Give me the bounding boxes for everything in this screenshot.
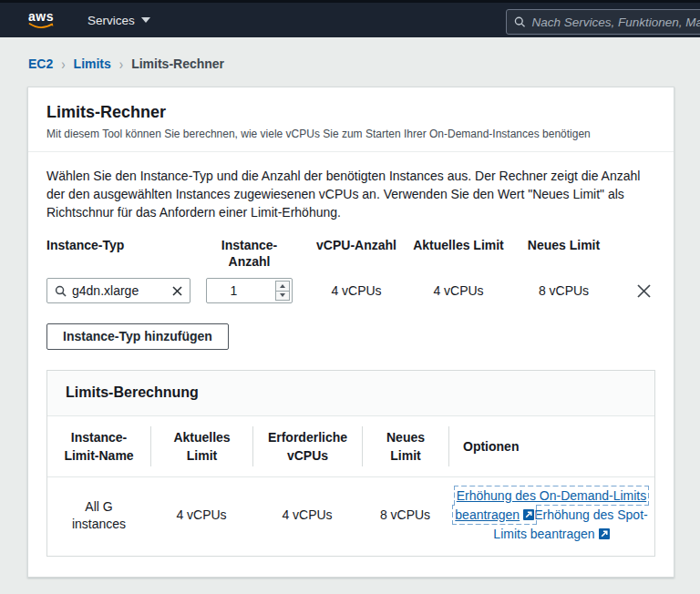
label-new-limit: Neues Limit	[516, 237, 612, 253]
remove-row-button[interactable]	[636, 283, 652, 299]
instance-type-row: 4 vCPUs 4 vCPUs 8 vCPUs	[46, 278, 655, 303]
instance-count-box	[206, 278, 293, 303]
col-required-vcpus: Erforderliche vCPUs	[252, 426, 362, 466]
form-column-labels: Instance-Typ Instance-Anzahl vCPU-Anzahl…	[46, 237, 655, 270]
instance-type-input[interactable]	[72, 283, 172, 298]
chevron-down-icon	[141, 17, 150, 23]
col-new-limit: Neues Limit	[362, 426, 448, 466]
breadcrumb-separator-icon: ›	[119, 56, 123, 73]
panel-body: Wählen Sie den Instance-Typ und die Anza…	[28, 152, 674, 577]
limit-name-cell: All G instances	[47, 498, 150, 533]
stepper-down-button[interactable]	[276, 291, 289, 301]
current-limit-value: 4 vCPUs	[408, 283, 509, 298]
col-current-limit: Aktuelles Limit	[150, 426, 252, 466]
services-menu[interactable]: Services	[88, 14, 150, 27]
add-instance-type-button[interactable]: Instance-Typ hinzufügen	[46, 323, 229, 350]
stepper-up-button[interactable]	[276, 282, 289, 291]
new-limit-value: 8 vCPUs	[516, 283, 612, 298]
panel-header: Limits-Rechner Mit diesem Tool können Si…	[28, 87, 674, 152]
clear-instance-type-button[interactable]	[172, 286, 182, 296]
limits-calculation-container: Limits-Berechnung Instance-Limit-Name Ak…	[46, 370, 655, 557]
top-navigation-bar: aws Services Nach Services, Funktionen, …	[0, 0, 700, 37]
breadcrumb-ec2[interactable]: EC2	[28, 56, 53, 71]
aws-logo-text: aws	[28, 11, 54, 23]
instance-count-input[interactable]	[221, 279, 278, 302]
required-vcpus-cell: 4 vCPUs	[252, 507, 362, 524]
table-row: All G instances 4 vCPUs 4 vCPUs 8 vCPUs …	[47, 477, 654, 556]
arrow-down-icon	[280, 293, 285, 297]
count-stepper	[275, 281, 290, 301]
instance-type-search-box	[46, 278, 190, 303]
close-icon	[172, 286, 182, 296]
calc-table-header: Instance-Limit-Name Aktuelles Limit Erfo…	[47, 416, 654, 477]
aws-logo[interactable]: aws	[27, 11, 55, 30]
arrow-up-icon	[280, 284, 285, 288]
col-options: Optionen	[448, 426, 654, 466]
label-instance-count: Instance-Anzahl	[206, 237, 293, 270]
calculator-description: Wählen Sie den Instance-Typ und die Anza…	[46, 167, 655, 221]
vcpu-count-value: 4 vCPUs	[311, 283, 402, 298]
label-vcpu-count: vCPU-Anzahl	[311, 237, 402, 253]
label-current-limit: Aktuelles Limit	[408, 237, 509, 253]
search-icon	[514, 15, 525, 28]
nav-search-box[interactable]: Nach Services, Funktionen, Marketp	[506, 9, 700, 35]
options-cell: Erhöhung des On-Demand-Limits beantragen…	[448, 486, 654, 544]
calc-table-title: Limits-Berechnung	[47, 371, 654, 416]
col-instance-limit-name: Instance-Limit-Name	[47, 426, 150, 466]
current-limit-cell: 4 vCPUs	[150, 507, 252, 524]
breadcrumb-separator-icon: ›	[61, 56, 65, 73]
limits-calculator-panel: Limits-Rechner Mit diesem Tool können Si…	[27, 87, 674, 578]
breadcrumb-current: Limits-Rechner	[131, 56, 224, 71]
search-placeholder: Nach Services, Funktionen, Marketp	[531, 15, 700, 29]
breadcrumb: EC2 › Limits › Limits-Rechner	[28, 56, 700, 71]
page-title: Limits-Rechner	[46, 103, 655, 122]
aws-smile-icon	[28, 23, 54, 30]
new-limit-cell: 8 vCPUs	[362, 507, 448, 524]
services-label: Services	[88, 14, 135, 27]
search-icon	[55, 285, 67, 297]
label-instance-type: Instance-Typ	[46, 237, 190, 253]
page-subtitle: Mit diesem Tool können Sie berechnen, wi…	[46, 128, 655, 140]
external-link-icon	[599, 528, 610, 539]
close-icon	[636, 283, 652, 299]
breadcrumb-limits[interactable]: Limits	[74, 56, 111, 71]
external-link-icon	[523, 509, 534, 520]
